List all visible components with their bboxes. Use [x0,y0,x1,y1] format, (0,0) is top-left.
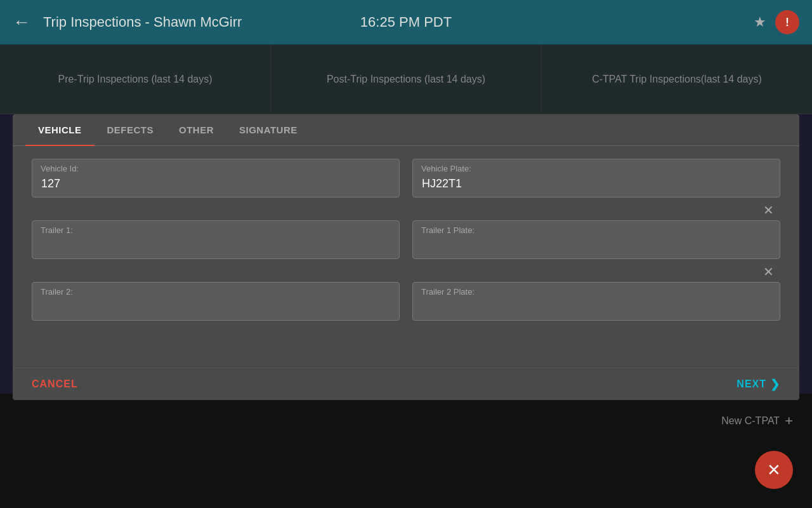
post-trip-tab[interactable]: Post-Trip Inspections (last 14 days) [271,44,542,114]
header-left: ← Trip Inspections - Shawn McGirr [13,12,242,32]
vehicle-id-field: Vehicle Id: [32,159,400,197]
trailer1-field: Trailer 1: [32,220,400,259]
modal-tabs: VEHICLE DEFECTS OTHER SIGNATURE [13,114,799,146]
trailer1-plate-clear-row: ✕ [32,264,780,279]
pre-trip-tab[interactable]: Pre-Trip Inspections (last 14 days) [0,44,271,114]
trailer2-plate-field: Trailer 2 Plate: [412,282,780,321]
bottom-area: New C-TPAT + [0,394,812,508]
alert-button[interactable]: ! [775,10,799,34]
cancel-button[interactable]: CANCEL [32,378,78,390]
trailer1-input[interactable] [32,220,400,259]
new-ctpat-button[interactable]: New C-TPAT + [721,413,793,429]
tab-other[interactable]: OTHER [166,114,226,145]
fab-close-button[interactable]: ✕ [755,451,793,489]
header-time: 16:25 PM PDT [360,14,452,30]
modal: VEHICLE DEFECTS OTHER SIGNATURE Vehicle … [13,114,799,400]
modal-footer: CANCEL NEXT ❯ [13,368,799,400]
header-icons: ★ ! [754,10,799,34]
plus-icon: + [785,413,793,429]
trailer1-plate-input[interactable] [412,220,780,259]
trailer2-row: Trailer 2: Trailer 2 Plate: [32,282,780,321]
header: ← Trip Inspections - Shawn McGirr 16:25 … [0,0,812,44]
tab-signature[interactable]: SIGNATURE [226,114,310,145]
vehicle-plate-clear-button[interactable]: ✕ [763,203,774,218]
trailer1-plate-clear-button[interactable]: ✕ [763,264,774,279]
trailer2-input[interactable] [32,282,400,321]
next-chevron-icon: ❯ [770,377,780,391]
trailer1-plate-field: Trailer 1 Plate: [412,220,780,259]
fab-close-icon: ✕ [767,460,781,480]
modal-content: Vehicle Id: Vehicle Plate: ✕ Trailer 1: … [13,146,799,368]
vehicle-plate-input[interactable] [412,159,780,197]
bluetooth-icon: ★ [754,14,766,30]
vehicle-row: Vehicle Id: Vehicle Plate: [32,159,780,197]
trailer1-row: Trailer 1: Trailer 1 Plate: [32,220,780,259]
vehicle-plate-clear-row: ✕ [32,203,780,218]
background-tabs: Pre-Trip Inspections (last 14 days) Post… [0,44,812,114]
ctpat-tab[interactable]: C-TPAT Trip Inspections(last 14 days) [542,44,812,114]
vehicle-id-input[interactable] [32,159,400,197]
next-button[interactable]: NEXT ❯ [737,377,780,391]
back-button[interactable]: ← [13,12,30,32]
tab-vehicle[interactable]: VEHICLE [25,114,95,145]
header-title: Trip Inspections - Shawn McGirr [43,14,242,30]
vehicle-plate-field: Vehicle Plate: [412,159,780,197]
tab-defects[interactable]: DEFECTS [95,114,167,145]
trailer2-plate-input[interactable] [412,282,780,321]
trailer2-field: Trailer 2: [32,282,400,321]
